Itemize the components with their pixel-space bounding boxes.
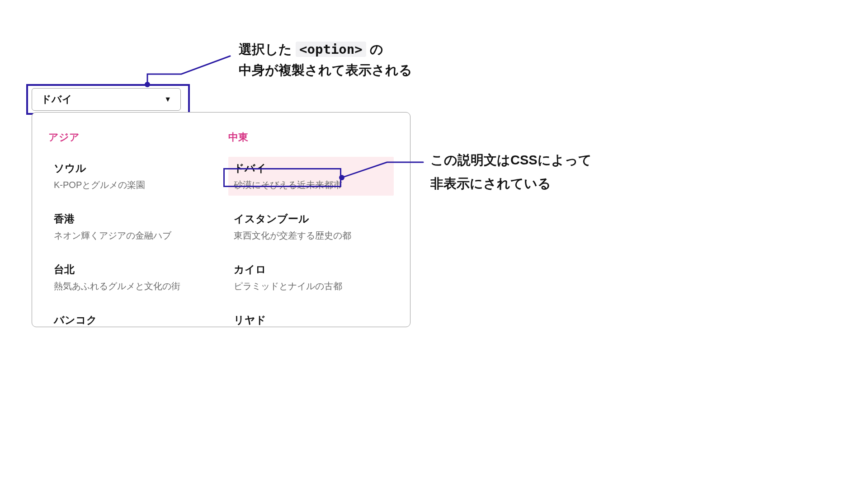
- option-cairo[interactable]: カイロ ピラミッドとナイルの古都: [228, 258, 394, 297]
- option-seoul[interactable]: ソウル K-POPとグルメの楽園: [48, 157, 214, 196]
- select-selected-label: ドバイ: [41, 93, 72, 106]
- annotation-connector-top: [147, 56, 230, 85]
- caret-down-icon: ▼: [164, 95, 171, 103]
- option-hongkong[interactable]: 香港 ネオン輝くアジアの金融ハブ: [48, 207, 214, 246]
- annotation-top-line1-suffix: の: [366, 42, 383, 56]
- option-name: バンコク: [54, 313, 208, 327]
- option-name: 香港: [54, 212, 208, 226]
- option-name: イスタンブール: [234, 212, 388, 226]
- annotation-top: 選択した <option> の 中身が複製されて表示される: [239, 39, 412, 81]
- option-bangkok[interactable]: バンコク エキゾチックな寺院巡りが楽しい: [48, 309, 214, 327]
- option-desc: ピラミッドとナイルの古都: [234, 280, 388, 292]
- annotation-right: この説明文はCSSによって 非表示にされている: [430, 148, 592, 195]
- option-desc: K-POPとグルメの楽園: [54, 179, 208, 191]
- annotation-top-line2: 中身が複製されて表示される: [239, 60, 412, 80]
- option-desc: 東西文化が交差する歴史の都: [234, 230, 388, 242]
- dropdown-panel: アジア ソウル K-POPとグルメの楽園 香港 ネオン輝くアジアの金融ハブ 台北…: [32, 112, 410, 327]
- option-name: リヤド: [234, 313, 388, 327]
- option-name: ソウル: [54, 161, 208, 175]
- option-riyadh[interactable]: リヤド 伝統と経済発展が共存するサウジの中心: [228, 309, 394, 327]
- select-control[interactable]: ドバイ ▼: [32, 88, 181, 111]
- annotation-code-chip: <option>: [296, 42, 366, 57]
- option-desc: ネオン輝くアジアの金融ハブ: [54, 230, 208, 242]
- annotation-right-line2: 非表示にされている: [430, 172, 592, 195]
- dropdown-column-asia: アジア ソウル K-POPとグルメの楽園 香港 ネオン輝くアジアの金融ハブ 台北…: [41, 131, 221, 327]
- dropdown-column-middleeast: 中東 ドバイ 砂漠にそびえる近未来都市 イスタンブール 東西文化が交差する歴史の…: [221, 131, 401, 327]
- description-highlight-box: [223, 168, 341, 187]
- option-name: カイロ: [234, 263, 388, 277]
- option-taipei[interactable]: 台北 熱気あふれるグルメと文化の街: [48, 258, 214, 297]
- option-desc: 熱気あふれるグルメと文化の街: [54, 280, 208, 292]
- annotation-right-line1: この説明文はCSSによって: [430, 148, 592, 172]
- group-label: アジア: [48, 131, 214, 144]
- group-label: 中東: [228, 131, 394, 144]
- option-istanbul[interactable]: イスタンブール 東西文化が交差する歴史の都: [228, 207, 394, 246]
- option-name: 台北: [54, 263, 208, 277]
- annotation-top-line1-prefix: 選択した: [239, 42, 296, 56]
